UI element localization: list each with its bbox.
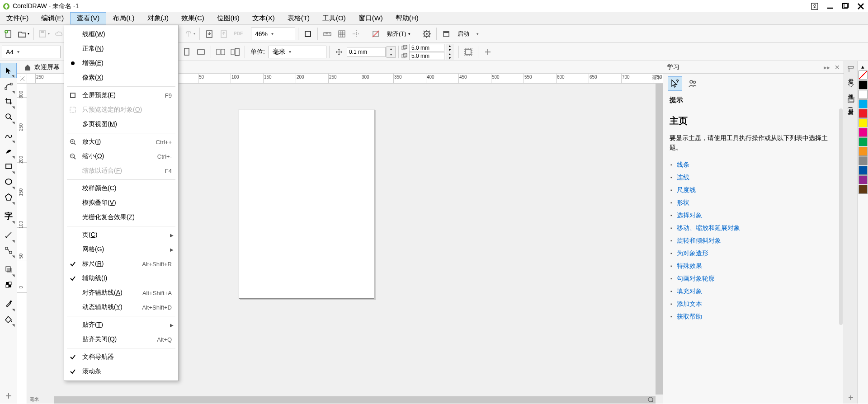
topic-link[interactable]: 勾画对象轮廓 <box>677 275 715 282</box>
rectangle-tool[interactable] <box>0 159 17 174</box>
view-menu-item[interactable]: 动态辅助线(Y)Alt+Shift+D <box>64 300 178 315</box>
launch-icon[interactable] <box>439 27 453 41</box>
panel-scrollbar[interactable] <box>839 108 843 325</box>
fullscreen-button[interactable] <box>301 27 315 41</box>
topic-link[interactable]: 添加文本 <box>677 300 702 307</box>
dupy-up[interactable]: ▲ <box>446 52 454 56</box>
view-menu-item[interactable]: 增强(E) <box>64 56 178 70</box>
open-button[interactable]: ▾ <box>16 27 31 41</box>
new-button[interactable] <box>2 27 15 41</box>
zoom-dropdown[interactable]: 46% <box>251 28 295 40</box>
color-swatch[interactable] <box>859 147 868 156</box>
options-button[interactable] <box>420 27 434 41</box>
tab-properties[interactable]: 属性 <box>846 78 855 93</box>
portrait-button[interactable] <box>180 45 193 59</box>
snap-off-button[interactable] <box>369 27 382 41</box>
view-menu-item[interactable]: 对齐辅助线(A)Alt+Shift+A <box>64 286 178 300</box>
add-tool-button[interactable] <box>0 388 17 404</box>
menu-table[interactable]: 表格(T) <box>281 12 316 24</box>
color-swatch[interactable] <box>859 80 868 89</box>
color-swatch[interactable] <box>859 156 868 165</box>
maximize-button[interactable] <box>841 2 850 11</box>
vertical-scrollbar[interactable] <box>656 84 663 395</box>
color-swatch[interactable] <box>859 185 868 194</box>
nudge-icon[interactable] <box>332 45 346 59</box>
view-menu-item[interactable]: 页(C)▶ <box>64 228 178 242</box>
unit-dropdown[interactable]: 毫米 <box>269 46 326 58</box>
connector-tool[interactable] <box>0 243 17 258</box>
topic-link[interactable]: 获取帮助 <box>677 313 702 320</box>
current-page-button[interactable] <box>228 45 242 59</box>
eyedropper-tool[interactable] <box>0 296 17 311</box>
docker-expand-icon[interactable]: ▸▸ <box>824 64 830 71</box>
topic-link[interactable]: 旋转和倾斜对象 <box>677 237 721 244</box>
copy-button[interactable]: ▾ <box>183 27 197 41</box>
color-swatch[interactable] <box>859 137 868 146</box>
export-button[interactable] <box>217 27 231 41</box>
view-menu-item[interactable]: 放大(I)Ctrl++ <box>64 135 178 149</box>
close-button[interactable] <box>856 2 865 11</box>
tab-add[interactable] <box>847 392 855 404</box>
nudge-up[interactable]: ▲ <box>387 47 395 52</box>
view-menu-item[interactable]: 多页视图(M) <box>64 117 178 132</box>
tab-hint[interactable]: 提示 <box>846 63 855 77</box>
drop-shadow-tool[interactable] <box>0 262 17 277</box>
horizontal-scrollbar[interactable]: 毫米 <box>27 396 656 404</box>
topic-link[interactable]: 填充对象 <box>677 287 702 295</box>
hint-people-icon[interactable] <box>688 79 698 89</box>
add-button[interactable] <box>481 45 495 59</box>
polygon-tool[interactable] <box>0 189 17 205</box>
view-menu-item[interactable]: 贴齐(T)▶ <box>64 318 178 332</box>
dupy-down[interactable]: ▼ <box>446 56 454 60</box>
menu-tool[interactable]: 工具(O) <box>316 12 352 24</box>
nudge-field[interactable]: 0.1 mm <box>347 47 386 57</box>
topic-link[interactable]: 特殊效果 <box>677 262 702 269</box>
dup-y-field[interactable]: 5.0 mm <box>409 52 444 60</box>
color-swatch[interactable] <box>859 118 868 127</box>
color-swatch[interactable] <box>859 90 868 99</box>
ruler-origin[interactable] <box>17 74 27 84</box>
pick-tool[interactable] <box>0 63 17 78</box>
view-menu-item[interactable]: 缩小(O)Ctrl+- <box>64 149 178 164</box>
hint-tool-icon[interactable]: ? <box>668 76 682 91</box>
ellipse-tool[interactable] <box>0 174 17 189</box>
parallel-dim-tool[interactable] <box>0 227 17 243</box>
minimize-button[interactable] <box>826 2 835 11</box>
color-swatch[interactable] <box>859 175 868 184</box>
pdf-button[interactable]: PDF <box>231 27 245 41</box>
palette-up-icon[interactable]: ▴ <box>861 63 864 70</box>
view-menu-item[interactable]: 滚动条 <box>64 364 178 379</box>
view-menu-item[interactable]: 文档导航器 <box>64 350 178 364</box>
view-menu-item[interactable]: 校样颜色(C) <box>64 181 178 196</box>
account-icon[interactable] <box>810 2 819 11</box>
color-swatch[interactable] <box>859 128 868 137</box>
navigator-button[interactable] <box>647 396 654 403</box>
fill-tool[interactable] <box>0 311 17 327</box>
view-menu-item[interactable]: 正常(N) <box>64 42 178 56</box>
color-swatch[interactable] <box>859 109 868 118</box>
text-tool[interactable]: 字 <box>0 208 17 224</box>
view-menu-item[interactable]: 贴齐关闭(Q)Alt+Q <box>64 332 178 347</box>
menu-view[interactable]: 查看(V) <box>70 12 106 24</box>
docker-close-icon[interactable]: ✕ <box>835 64 840 71</box>
topic-link[interactable]: 移动、缩放和延展对象 <box>677 224 740 231</box>
topic-link[interactable]: 选择对象 <box>677 211 702 219</box>
view-menu-item[interactable]: 辅助线(I) <box>64 271 178 286</box>
dupx-down[interactable]: ▼ <box>446 48 454 52</box>
view-menu-item[interactable]: 标尺(R)Alt+Shift+R <box>64 257 178 271</box>
page-size-dropdown[interactable]: A4 <box>2 46 61 58</box>
snap-dropdown[interactable]: 贴齐(T)▾ <box>383 27 414 41</box>
artistic-media-tool[interactable] <box>0 143 17 159</box>
welcome-tab[interactable]: 欢迎屏幕 <box>19 62 64 73</box>
view-menu-item[interactable]: 模拟叠印(V) <box>64 196 178 210</box>
topic-link[interactable]: 为对象造形 <box>677 249 708 257</box>
bleed-button[interactable] <box>462 45 475 59</box>
view-menu-item[interactable]: 光栅化复合效果(Z) <box>64 210 178 225</box>
vertical-ruler[interactable]: 300250200150100500 <box>17 84 27 404</box>
view-menu-item[interactable]: 网格(G)▶ <box>64 242 178 257</box>
menu-effect[interactable]: 效果(C) <box>175 12 211 24</box>
menu-text[interactable]: 文本(X) <box>246 12 281 24</box>
menu-edit[interactable]: 编辑(E) <box>35 12 70 24</box>
grid-icon[interactable] <box>335 27 349 41</box>
menu-file[interactable]: 文件(F) <box>0 12 35 24</box>
